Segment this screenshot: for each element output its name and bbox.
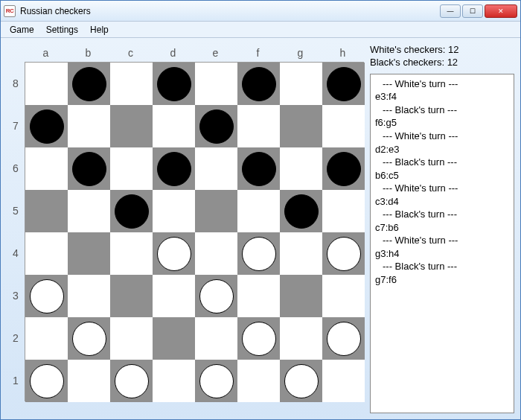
square-b3[interactable] (68, 275, 110, 317)
square-b5[interactable] (68, 190, 110, 232)
square-f3[interactable] (237, 275, 280, 317)
square-d7[interactable] (153, 105, 195, 147)
square-c1[interactable] (110, 360, 153, 402)
square-h8[interactable] (322, 63, 365, 105)
square-a5[interactable] (25, 190, 68, 232)
square-c8[interactable] (110, 63, 153, 105)
square-g7[interactable] (280, 105, 322, 147)
square-f5[interactable] (237, 190, 280, 232)
square-e3[interactable] (195, 275, 237, 317)
white-piece[interactable] (327, 322, 361, 356)
black-piece[interactable] (30, 109, 64, 144)
black-piece[interactable] (72, 152, 106, 186)
square-a8[interactable] (25, 63, 68, 105)
black-piece[interactable] (242, 152, 276, 186)
square-h7[interactable] (322, 105, 365, 147)
square-a7[interactable] (25, 105, 68, 147)
square-a6[interactable] (25, 147, 68, 190)
square-b1[interactable] (68, 360, 110, 402)
black-piece[interactable] (199, 109, 234, 144)
rank-label: 6 (7, 147, 25, 189)
square-e8[interactable] (195, 63, 237, 105)
square-b6[interactable] (68, 147, 110, 190)
square-d1[interactable] (153, 360, 195, 402)
black-piece[interactable] (242, 67, 276, 101)
square-a1[interactable] (25, 360, 68, 402)
square-e6[interactable] (195, 147, 237, 190)
square-g4[interactable] (280, 232, 322, 275)
square-b8[interactable] (68, 63, 110, 105)
square-b7[interactable] (68, 105, 110, 147)
square-c5[interactable] (110, 190, 153, 232)
square-d5[interactable] (153, 190, 195, 232)
minimize-button[interactable]: — (440, 4, 461, 18)
square-g8[interactable] (280, 63, 322, 105)
square-c7[interactable] (110, 105, 153, 147)
square-g6[interactable] (280, 147, 322, 190)
white-piece[interactable] (199, 279, 234, 314)
square-a3[interactable] (25, 275, 68, 317)
square-f4[interactable] (237, 232, 280, 275)
square-a2[interactable] (25, 317, 68, 360)
white-piece[interactable] (242, 322, 276, 356)
square-g1[interactable] (280, 360, 322, 402)
square-c4[interactable] (110, 232, 153, 275)
white-piece[interactable] (327, 237, 361, 271)
white-piece[interactable] (30, 364, 64, 398)
square-f6[interactable] (237, 147, 280, 190)
square-c6[interactable] (110, 147, 153, 190)
square-h5[interactable] (322, 190, 365, 232)
square-h1[interactable] (322, 360, 365, 402)
black-piece[interactable] (284, 194, 319, 229)
square-f8[interactable] (237, 63, 280, 105)
square-e5[interactable] (195, 190, 237, 232)
menu-game[interactable]: Game (4, 22, 40, 37)
square-c2[interactable] (110, 317, 153, 360)
black-piece[interactable] (157, 152, 191, 186)
black-piece[interactable] (72, 67, 106, 101)
square-g5[interactable] (280, 190, 322, 232)
move-log[interactable]: --- White's turn ---e3:f4--- Black's tur… (370, 74, 514, 413)
black-piece[interactable] (327, 67, 361, 101)
square-d2[interactable] (153, 317, 195, 360)
square-d3[interactable] (153, 275, 195, 317)
white-piece[interactable] (30, 279, 64, 314)
black-piece[interactable] (157, 67, 191, 101)
titlebar[interactable]: RC Russian checkers — ☐ ✕ (1, 1, 520, 22)
square-d8[interactable] (153, 63, 195, 105)
square-b4[interactable] (68, 232, 110, 275)
square-e1[interactable] (195, 360, 237, 402)
rank-label: 2 (7, 316, 25, 359)
maximize-button[interactable]: ☐ (462, 4, 483, 18)
white-piece[interactable] (242, 237, 276, 271)
white-piece[interactable] (157, 237, 191, 271)
square-e2[interactable] (195, 317, 237, 360)
window-title: Russian checkers (20, 6, 440, 16)
square-f1[interactable] (237, 360, 280, 402)
white-piece[interactable] (199, 364, 234, 398)
black-piece[interactable] (115, 194, 149, 229)
white-piece[interactable] (115, 364, 149, 398)
square-h4[interactable] (322, 232, 365, 275)
square-d6[interactable] (153, 147, 195, 190)
square-f7[interactable] (237, 105, 280, 147)
square-f2[interactable] (237, 317, 280, 360)
square-h6[interactable] (322, 147, 365, 190)
white-piece[interactable] (72, 322, 106, 356)
square-d4[interactable] (153, 232, 195, 275)
piece-counts: White's checkers: 12 Black's checkers: 1… (370, 44, 514, 69)
square-e7[interactable] (195, 105, 237, 147)
square-c3[interactable] (110, 275, 153, 317)
square-b2[interactable] (68, 317, 110, 360)
square-h2[interactable] (322, 317, 365, 360)
black-piece[interactable] (327, 152, 361, 186)
white-piece[interactable] (284, 364, 319, 398)
menu-help[interactable]: Help (84, 22, 115, 37)
close-button[interactable]: ✕ (485, 4, 517, 18)
square-g3[interactable] (280, 275, 322, 317)
square-a4[interactable] (25, 232, 68, 275)
square-e4[interactable] (195, 232, 237, 275)
square-g2[interactable] (280, 317, 322, 360)
square-h3[interactable] (322, 275, 365, 317)
menu-settings[interactable]: Settings (40, 22, 84, 37)
